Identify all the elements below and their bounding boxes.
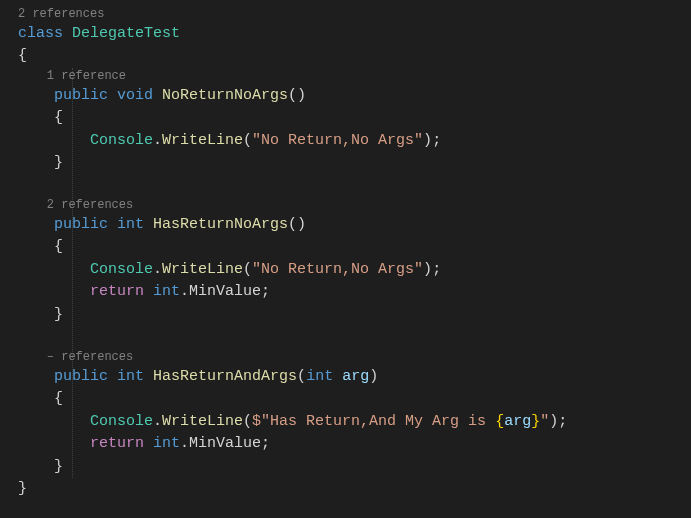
keyword-public: public (54, 368, 108, 385)
type-console: Console (90, 413, 153, 430)
string-interp-prefix: $"Has Return,And My Arg is (252, 413, 495, 430)
param-type: int (306, 368, 333, 385)
brace-close: } (18, 152, 691, 175)
keyword-return: return (90, 435, 144, 452)
method-name-2: HasReturnNoArgs (153, 216, 288, 233)
brace-close: } (18, 478, 691, 501)
string-literal-1: "No Return,No Args" (252, 132, 423, 149)
interp-variable: arg (504, 413, 531, 430)
statement-writeline-2: Console.WriteLine("No Return,No Args"); (18, 259, 691, 282)
blank-line (18, 175, 691, 198)
string-interp-suffix: " (540, 413, 549, 430)
class-name: DelegateTest (72, 25, 180, 42)
codelens-method-3[interactable]: – references (18, 349, 691, 366)
string-literal-2: "No Return,No Args" (252, 261, 423, 278)
type-console: Console (90, 261, 153, 278)
class-declaration-line: class DelegateTest (18, 23, 691, 46)
method-signature-2: public int HasReturnNoArgs() (18, 214, 691, 237)
codelens-class[interactable]: 2 references (18, 6, 691, 23)
brace-open: { (18, 45, 691, 68)
keyword-public: public (54, 216, 108, 233)
keyword-int: int (117, 216, 144, 233)
method-writeline: WriteLine (162, 132, 243, 149)
brace-open: { (18, 236, 691, 259)
statement-return-2: return int.MinValue; (18, 281, 691, 304)
keyword-void: void (117, 87, 153, 104)
statement-return-3: return int.MinValue; (18, 433, 691, 456)
keyword-int-ref: int (153, 435, 180, 452)
method-name-1: NoReturnNoArgs (162, 87, 288, 104)
member-minvalue: MinValue (189, 435, 261, 452)
brace-open: { (18, 388, 691, 411)
brace-close: } (18, 456, 691, 479)
brace-close: } (18, 304, 691, 327)
brace-open: { (18, 107, 691, 130)
method-writeline: WriteLine (162, 261, 243, 278)
keyword-public: public (54, 87, 108, 104)
param-name: arg (342, 368, 369, 385)
codelens-method-2[interactable]: 2 references (18, 197, 691, 214)
method-signature-1: public void NoReturnNoArgs() (18, 85, 691, 108)
keyword-int-ref: int (153, 283, 180, 300)
keyword-return: return (90, 283, 144, 300)
keyword-class: class (18, 25, 63, 42)
code-editor[interactable]: 2 references class DelegateTest { 1 refe… (0, 0, 691, 507)
method-name-3: HasReturnAndArgs (153, 368, 297, 385)
method-signature-3: public int HasReturnAndArgs(int arg) (18, 366, 691, 389)
type-console: Console (90, 132, 153, 149)
keyword-int: int (117, 368, 144, 385)
method-writeline: WriteLine (162, 413, 243, 430)
blank-line (18, 326, 691, 349)
statement-writeline-1: Console.WriteLine("No Return,No Args"); (18, 130, 691, 153)
member-minvalue: MinValue (189, 283, 261, 300)
statement-writeline-3: Console.WriteLine($"Has Return,And My Ar… (18, 411, 691, 434)
codelens-method-1[interactable]: 1 reference (18, 68, 691, 85)
